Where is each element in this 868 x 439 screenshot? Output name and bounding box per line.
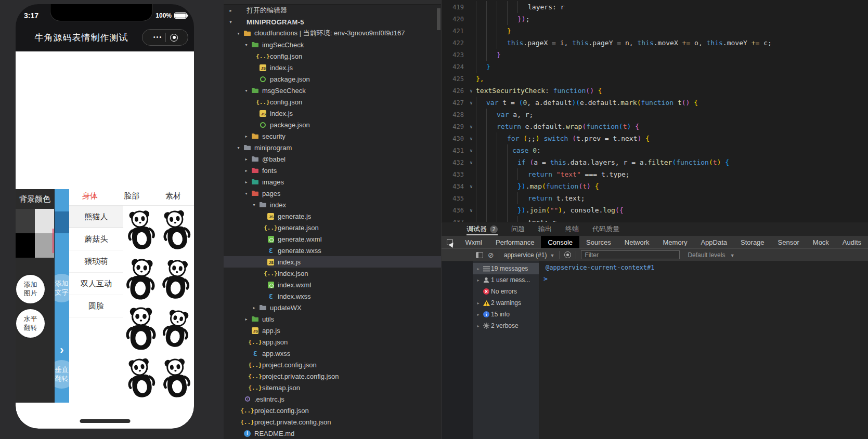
panel-tab-输出[interactable]: 输出: [538, 222, 552, 236]
code-line[interactable]: 426∨textSecurityCheck: function() {: [442, 85, 868, 97]
panel-tab-终端[interactable]: 终端: [565, 222, 579, 236]
drawer-handle-bar[interactable]: 添加 文字 垂直 翻转 ›: [55, 189, 69, 403]
tree-item-generate.json[interactable]: {..}generate.json: [224, 222, 441, 233]
category-item[interactable]: 熊猫人: [69, 206, 123, 228]
tree-item-sitemap.json[interactable]: {..}sitemap.json: [224, 382, 441, 393]
tree-item-project.private.config.json[interactable]: {..}project.private.config.json: [224, 416, 441, 428]
tree-item-app.js[interactable]: JSapp.js: [224, 325, 441, 336]
tree-collapse-icon[interactable]: ▸: [242, 317, 250, 322]
tree-collapse-icon[interactable]: ▸: [242, 180, 250, 184]
tree-item-index.js[interactable]: JSindex.js: [224, 256, 441, 268]
code-line[interactable]: 429∨return e.default.wrap(function(t) {: [442, 121, 868, 132]
tree-collapse-icon[interactable]: ▸: [242, 134, 250, 139]
tree-item-generate.js[interactable]: JSgenerate.js: [224, 210, 441, 222]
tree-item-config.json[interactable]: {..}config.json: [224, 96, 441, 108]
tree-collapse-icon[interactable]: ▸: [475, 278, 482, 283]
devtools-tab-audits[interactable]: Audits: [836, 236, 868, 248]
tree-item-index[interactable]: ▾index: [224, 199, 441, 210]
fold-arrow-icon[interactable]: ∨: [467, 208, 476, 213]
tree-item-index.json[interactable]: {..}index.json: [224, 268, 441, 279]
tree-item-pages[interactable]: ▾pages: [224, 188, 441, 199]
code-line[interactable]: 437text: r: [442, 216, 868, 222]
fold-arrow-icon[interactable]: ∨: [467, 88, 476, 94]
category-item[interactable]: 圆脸: [69, 295, 123, 317]
color-swatch[interactable]: [16, 209, 35, 233]
console-filter-warning[interactable]: ▸2 warnings: [473, 297, 539, 309]
tree-expand-icon[interactable]: ▾: [242, 88, 250, 93]
devtools-tab-appdata[interactable]: AppData: [694, 236, 734, 248]
tree-item-miniprogram[interactable]: ▾miniprogram: [224, 142, 441, 153]
live-expression-eye-icon[interactable]: [564, 251, 571, 258]
tree-collapse-icon[interactable]: ▸: [242, 168, 250, 173]
tree-item-index.wxss[interactable]: 3index.wxss: [224, 290, 441, 302]
tree-item-README.md[interactable]: iREADME.md: [224, 428, 441, 439]
color-swatch[interactable]: [35, 233, 54, 258]
tree-item-project.config.json[interactable]: {..}project.config.json: [224, 405, 441, 416]
devtools-tab-sources[interactable]: Sources: [579, 236, 618, 248]
fold-arrow-icon[interactable]: ∨: [467, 100, 476, 105]
panda-sticker[interactable]: [123, 206, 159, 255]
tree-item-config.json[interactable]: {..}config.json: [224, 50, 441, 62]
tree-item-.eslintrc.js[interactable]: .eslintrc.js: [224, 393, 441, 405]
devtools-tab-sensor[interactable]: Sensor: [771, 236, 806, 248]
code-line[interactable]: 428var a, r;: [442, 109, 868, 121]
panda-sticker[interactable]: [123, 304, 159, 354]
explorer-scrollbar[interactable]: [437, 8, 441, 30]
devtools-tab-wxml[interactable]: Wxml: [458, 236, 489, 248]
panda-sticker[interactable]: [159, 354, 194, 403]
console-filter-user[interactable]: ▸1 user mess...: [473, 274, 539, 286]
code-line[interactable]: 419layers: r: [442, 1, 868, 13]
tree-item-generate.wxss[interactable]: 3generate.wxss: [224, 245, 441, 256]
code-line[interactable]: 425},: [442, 73, 868, 85]
console-filter-list[interactable]: ▸19 messages: [473, 263, 539, 274]
tree-item-project.config.json[interactable]: {..}project.config.json: [224, 359, 441, 370]
panda-sticker[interactable]: [159, 206, 194, 255]
add-text-button[interactable]: 添加 文字: [55, 274, 69, 302]
tree-item-package.json[interactable]: package.json: [224, 73, 441, 85]
category-item[interactable]: 蘑菇头: [69, 228, 123, 250]
flip-vertical-button[interactable]: 垂直 翻转: [55, 360, 69, 389]
fold-arrow-icon[interactable]: ∨: [467, 160, 476, 165]
chevron-right-icon[interactable]: ›: [55, 345, 69, 355]
tree-item-index.js[interactable]: JSindex.js: [224, 62, 441, 73]
tree-item-security[interactable]: ▸security: [224, 130, 441, 142]
tab-脸部[interactable]: 脸部: [111, 187, 152, 205]
tree-expand-icon[interactable]: ▾: [242, 43, 250, 47]
devtools-tab-mock[interactable]: Mock: [806, 236, 836, 248]
code-line[interactable]: 431∨case 0:: [442, 144, 868, 156]
devtools-tab-storage[interactable]: Storage: [734, 236, 771, 248]
devtools-tab-network[interactable]: Network: [618, 236, 656, 248]
console-filter-error[interactable]: No errors: [473, 286, 539, 297]
console-filter-input[interactable]: [581, 250, 680, 259]
devtools-tab-console[interactable]: Console: [541, 236, 579, 248]
color-swatch[interactable]: [35, 209, 54, 233]
fold-arrow-icon[interactable]: ∨: [467, 148, 476, 153]
fold-arrow-icon[interactable]: ∨: [467, 184, 476, 189]
code-line[interactable]: 435return t.text;: [442, 192, 868, 204]
code-line[interactable]: 421}: [442, 25, 868, 37]
console-output[interactable]: @appservice-current-context#1 >: [539, 261, 868, 439]
code-line[interactable]: 434∨}).map(function(t) {: [442, 180, 868, 192]
tree-item-cloudfunctionsenv-3gnovo9mf0f9d167[interactable]: ▾cloudfunctions | 当前环境: env-3gnovo9mf0f9…: [224, 28, 441, 39]
code-line[interactable]: 436∨}).join(""), console.log({: [442, 204, 868, 216]
console-context-link[interactable]: @appservice-current-context#1: [539, 261, 868, 273]
tree-expand-icon[interactable]: ▾: [227, 20, 235, 24]
tree-expand-icon[interactable]: ▾: [242, 191, 250, 196]
tree-item-index.js[interactable]: JSindex.js: [224, 108, 441, 119]
tree-collapse-icon[interactable]: ▸: [242, 157, 250, 162]
editing-canvas[interactable]: 身体脸部素材 熊猫人蘑菇头猥琐萌双人互动圆脸 背景颜色 添加 图片 水平 翻转 …: [16, 51, 194, 429]
tree-item-updateWX[interactable]: ▸updateWX: [224, 302, 441, 313]
panel-tab-代码质量[interactable]: 代码质量: [592, 222, 619, 236]
fold-arrow-icon[interactable]: ∨: [467, 124, 476, 129]
category-item[interactable]: 双人互动: [69, 273, 123, 295]
code-editor[interactable]: 419layers: r420});421}422this.pageX = i,…: [441, 0, 868, 222]
code-line[interactable]: 422this.pageX = i, this.pageY = n, this.…: [442, 37, 868, 49]
panel-tab-调试器[interactable]: 调试器2: [467, 222, 498, 236]
tree-item-app.wxss[interactable]: 3app.wxss: [224, 348, 441, 359]
code-line[interactable]: 424}: [442, 61, 868, 73]
tree-item-MINIPROGRAM-5[interactable]: ▾MINIPROGRAM-5: [224, 16, 441, 28]
tree-collapse-icon[interactable]: ▸: [475, 312, 482, 317]
tab-素材[interactable]: 素材: [152, 187, 194, 205]
tab-身体[interactable]: 身体: [69, 187, 111, 205]
tree-item-generate.wxml[interactable]: generate.wxml: [224, 233, 441, 245]
